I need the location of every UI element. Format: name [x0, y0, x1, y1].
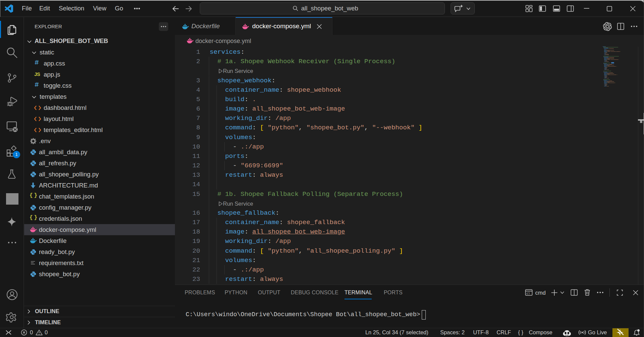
svg-text:c:\: c:\: [526, 292, 530, 295]
